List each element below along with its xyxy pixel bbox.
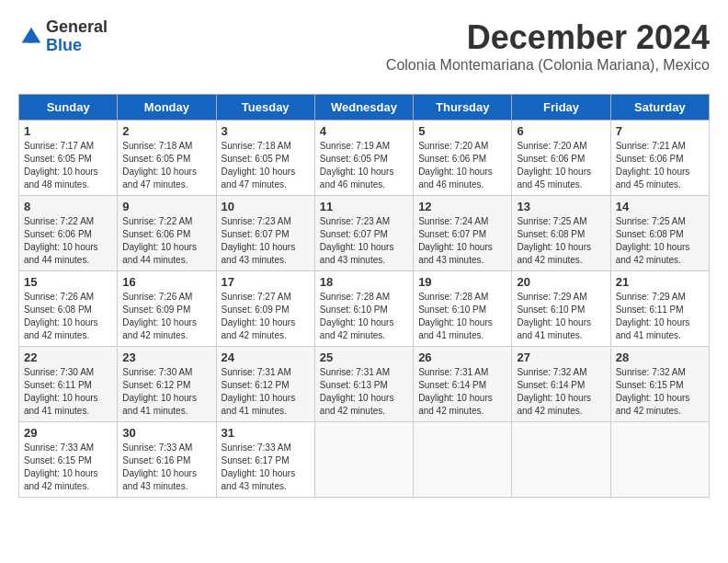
sunrise-label: Sunrise: 7:27 AM bbox=[222, 292, 291, 302]
svg-rect-1 bbox=[28, 38, 34, 43]
sunset-label: Sunset: 6:10 PM bbox=[418, 304, 486, 315]
day-info: Sunrise: 7:32 AM Sunset: 6:15 PM Dayligh… bbox=[616, 366, 704, 418]
daylight-minutes: and 42 minutes. bbox=[517, 406, 582, 416]
sunrise-label: Sunrise: 7:29 AM bbox=[616, 292, 686, 302]
sunset-label: Sunset: 6:17 PM bbox=[222, 455, 290, 465]
sunrise-label: Sunrise: 7:33 AM bbox=[222, 442, 291, 453]
sunset-label: Sunset: 6:12 PM bbox=[222, 380, 290, 390]
sunrise-label: Sunrise: 7:33 AM bbox=[24, 442, 94, 453]
day-cell-3: 3 Sunrise: 7:18 AM Sunset: 6:05 PM Dayli… bbox=[216, 121, 314, 196]
day-cell-28: 28 Sunrise: 7:32 AM Sunset: 6:15 PM Dayl… bbox=[610, 347, 709, 422]
day-number: 4 bbox=[320, 124, 408, 138]
day-info: Sunrise: 7:26 AM Sunset: 6:08 PM Dayligh… bbox=[24, 291, 112, 342]
day-number: 15 bbox=[24, 275, 112, 289]
day-number: 25 bbox=[320, 350, 408, 364]
sunrise-label: Sunrise: 7:31 AM bbox=[320, 367, 390, 377]
day-cell-6: 6 Sunrise: 7:20 AM Sunset: 6:06 PM Dayli… bbox=[512, 121, 610, 196]
day-info: Sunrise: 7:26 AM Sunset: 6:09 PM Dayligh… bbox=[122, 291, 210, 342]
day-info: Sunrise: 7:31 AM Sunset: 6:12 PM Dayligh… bbox=[222, 366, 310, 418]
sunrise-label: Sunrise: 7:21 AM bbox=[616, 141, 686, 151]
day-info: Sunrise: 7:31 AM Sunset: 6:14 PM Dayligh… bbox=[418, 366, 506, 418]
sunset-label: Sunset: 6:13 PM bbox=[320, 380, 388, 390]
day-info: Sunrise: 7:33 AM Sunset: 6:17 PM Dayligh… bbox=[222, 442, 310, 493]
day-info: Sunrise: 7:23 AM Sunset: 6:07 PM Dayligh… bbox=[320, 215, 408, 267]
day-cell-14: 14 Sunrise: 7:25 AM Sunset: 6:08 PM Dayl… bbox=[610, 196, 709, 271]
sunset-label: Sunset: 6:06 PM bbox=[24, 229, 92, 239]
sunset-label: Sunset: 6:09 PM bbox=[122, 304, 190, 315]
sunset-label: Sunset: 6:08 PM bbox=[517, 229, 585, 239]
day-number: 20 bbox=[517, 275, 605, 289]
daylight-label: Daylight: 10 hours bbox=[616, 317, 690, 327]
daylight-label: Daylight: 10 hours bbox=[24, 317, 98, 327]
sunrise-label: Sunrise: 7:31 AM bbox=[222, 367, 291, 377]
daylight-label: Daylight: 10 hours bbox=[122, 317, 197, 327]
sunset-label: Sunset: 6:05 PM bbox=[222, 154, 290, 164]
daylight-label: Daylight: 10 hours bbox=[418, 317, 493, 327]
day-number: 16 bbox=[122, 275, 210, 289]
daylight-minutes: and 44 minutes. bbox=[24, 255, 89, 265]
daylight-minutes: and 42 minutes. bbox=[24, 481, 89, 491]
day-cell-7: 7 Sunrise: 7:21 AM Sunset: 6:06 PM Dayli… bbox=[610, 121, 709, 196]
daylight-label: Daylight: 10 hours bbox=[418, 393, 493, 403]
sunset-label: Sunset: 6:08 PM bbox=[24, 304, 92, 315]
day-info: Sunrise: 7:28 AM Sunset: 6:10 PM Dayligh… bbox=[418, 291, 506, 342]
sunset-label: Sunset: 6:10 PM bbox=[517, 304, 585, 315]
sunset-label: Sunset: 6:12 PM bbox=[122, 380, 190, 390]
day-number: 17 bbox=[222, 275, 310, 289]
title-section: December 2024 Colonia Montemariana (Colo… bbox=[386, 18, 710, 83]
sunrise-label: Sunrise: 7:19 AM bbox=[320, 141, 390, 151]
day-info: Sunrise: 7:30 AM Sunset: 6:12 PM Dayligh… bbox=[122, 366, 210, 418]
day-info: Sunrise: 7:22 AM Sunset: 6:06 PM Dayligh… bbox=[122, 215, 210, 267]
daylight-minutes: and 42 minutes. bbox=[222, 330, 287, 340]
day-cell-16: 16 Sunrise: 7:26 AM Sunset: 6:09 PM Dayl… bbox=[118, 271, 216, 347]
day-info: Sunrise: 7:18 AM Sunset: 6:05 PM Dayligh… bbox=[222, 140, 310, 191]
empty-cell bbox=[610, 422, 709, 498]
sunset-label: Sunset: 6:10 PM bbox=[320, 304, 388, 315]
day-cell-30: 30 Sunrise: 7:33 AM Sunset: 6:16 PM Dayl… bbox=[118, 422, 216, 498]
day-info: Sunrise: 7:25 AM Sunset: 6:08 PM Dayligh… bbox=[616, 215, 704, 267]
calendar-week-1: 1 Sunrise: 7:17 AM Sunset: 6:05 PM Dayli… bbox=[19, 121, 710, 196]
day-number: 30 bbox=[122, 426, 210, 440]
day-cell-13: 13 Sunrise: 7:25 AM Sunset: 6:08 PM Dayl… bbox=[512, 196, 610, 271]
column-header-sunday: Sunday bbox=[19, 95, 118, 121]
subtitle: Colonia Montemariana (Colonia Mariana), … bbox=[386, 57, 710, 74]
logo: General Blue bbox=[18, 18, 108, 55]
sunset-label: Sunset: 6:15 PM bbox=[616, 380, 684, 390]
sunset-label: Sunset: 6:05 PM bbox=[122, 154, 190, 164]
day-number: 21 bbox=[616, 275, 704, 289]
daylight-minutes: and 42 minutes. bbox=[122, 330, 188, 340]
day-cell-26: 26 Sunrise: 7:31 AM Sunset: 6:14 PM Dayl… bbox=[414, 347, 512, 422]
day-number: 12 bbox=[418, 200, 506, 213]
daylight-label: Daylight: 10 hours bbox=[222, 393, 296, 403]
day-number: 1 bbox=[24, 124, 112, 138]
day-info: Sunrise: 7:19 AM Sunset: 6:05 PM Dayligh… bbox=[320, 140, 408, 191]
day-info: Sunrise: 7:18 AM Sunset: 6:05 PM Dayligh… bbox=[122, 140, 210, 191]
daylight-label: Daylight: 10 hours bbox=[616, 167, 690, 177]
day-number: 9 bbox=[122, 200, 210, 213]
sunset-label: Sunset: 6:14 PM bbox=[517, 380, 585, 390]
sunset-label: Sunset: 6:11 PM bbox=[24, 380, 92, 390]
day-cell-19: 19 Sunrise: 7:28 AM Sunset: 6:10 PM Dayl… bbox=[414, 271, 512, 347]
day-cell-15: 15 Sunrise: 7:26 AM Sunset: 6:08 PM Dayl… bbox=[19, 271, 118, 347]
daylight-label: Daylight: 10 hours bbox=[517, 393, 591, 403]
sunrise-label: Sunrise: 7:24 AM bbox=[418, 216, 488, 226]
day-number: 19 bbox=[418, 275, 506, 289]
daylight-label: Daylight: 10 hours bbox=[320, 393, 394, 403]
day-number: 24 bbox=[222, 350, 310, 364]
day-number: 3 bbox=[222, 124, 310, 138]
daylight-minutes: and 41 minutes. bbox=[616, 330, 681, 340]
sunrise-label: Sunrise: 7:33 AM bbox=[122, 442, 192, 453]
day-cell-25: 25 Sunrise: 7:31 AM Sunset: 6:13 PM Dayl… bbox=[314, 347, 413, 422]
day-cell-29: 29 Sunrise: 7:33 AM Sunset: 6:15 PM Dayl… bbox=[19, 422, 118, 498]
day-number: 2 bbox=[122, 124, 210, 138]
column-header-thursday: Thursday bbox=[414, 95, 512, 121]
daylight-minutes: and 41 minutes. bbox=[418, 330, 483, 340]
day-cell-5: 5 Sunrise: 7:20 AM Sunset: 6:06 PM Dayli… bbox=[414, 121, 512, 196]
sunrise-label: Sunrise: 7:18 AM bbox=[222, 141, 291, 151]
daylight-minutes: and 42 minutes. bbox=[24, 330, 89, 340]
daylight-label: Daylight: 10 hours bbox=[418, 242, 493, 252]
sunrise-label: Sunrise: 7:31 AM bbox=[418, 367, 488, 377]
month-title: December 2024 bbox=[386, 18, 710, 57]
sunrise-label: Sunrise: 7:23 AM bbox=[222, 216, 291, 226]
daylight-minutes: and 44 minutes. bbox=[122, 255, 188, 265]
